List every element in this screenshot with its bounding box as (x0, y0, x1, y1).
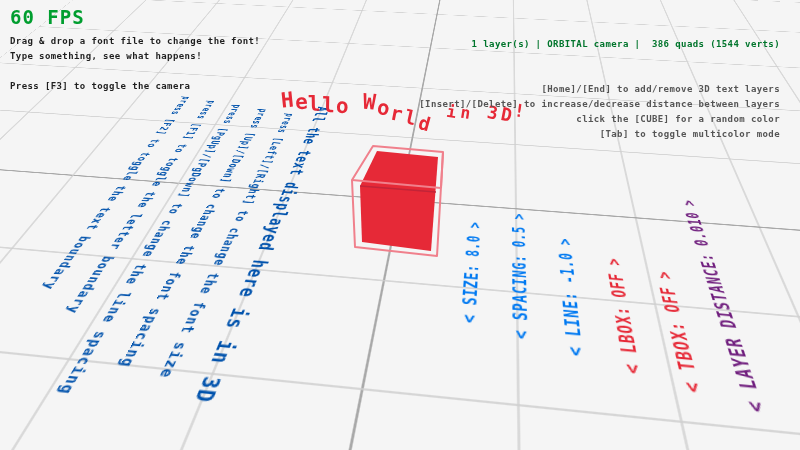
hud-left-line: Type something, see what happens! (10, 51, 202, 61)
hud-right-line: [Home]/[End] to add/remove 3D text layer… (419, 82, 780, 97)
hud-right-help: 1 layer(s) | ORBITAL camera | 386 quads … (419, 7, 780, 142)
cube-body[interactable] (360, 151, 438, 251)
fps-counter: 60 FPS (10, 6, 85, 28)
hud-right-line: [Insert]/[Delete] to increase/decrease d… (419, 97, 780, 112)
cube-wire-right-edge (441, 152, 443, 188)
hud-right-line: click the [CUBE] for a random color (419, 112, 780, 127)
hud-left-line: Drag & drop a font file to change the fo… (10, 36, 260, 46)
hud-left-line: Press [F3] to toggle the camera (10, 81, 190, 91)
status-line: 1 layer(s) | ORBITAL camera | 386 quads … (419, 37, 780, 52)
hud-right-line: [Tab] to toggle multicolor mode (419, 127, 780, 142)
app-window: All the text displayed here is in 3Dpres… (0, 0, 800, 450)
